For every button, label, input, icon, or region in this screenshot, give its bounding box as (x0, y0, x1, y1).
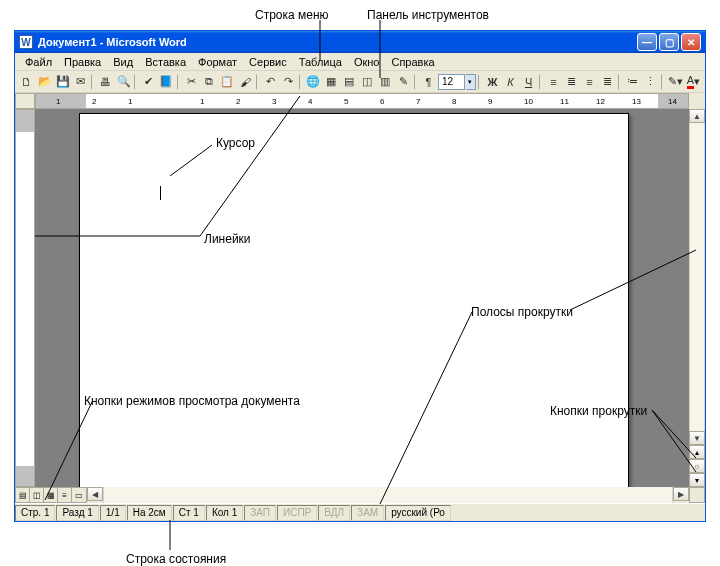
label-view-buttons: Кнопки режимов просмотра документа (84, 394, 300, 408)
select-browse-object-icon[interactable]: ○ (689, 459, 705, 473)
menu-file[interactable]: Файл (19, 55, 58, 69)
maximize-button[interactable]: ▢ (659, 33, 679, 51)
spellcheck-icon[interactable]: ✔ (140, 73, 157, 91)
scroll-up-icon[interactable]: ▲ (689, 109, 705, 123)
separator-icon (177, 74, 181, 90)
save-icon[interactable]: 💾 (54, 73, 71, 91)
window-title: Документ1 - Microsoft Word (38, 36, 637, 48)
separator-icon (661, 74, 665, 90)
columns-icon[interactable]: ▥ (377, 73, 394, 91)
status-line[interactable]: Ст 1 (173, 505, 205, 521)
horizontal-ruler[interactable]: 1 2 1 1 2 3 4 5 6 7 8 9 10 11 12 13 14 (35, 93, 689, 109)
next-page-icon[interactable]: ▾ (689, 473, 705, 487)
hyperlink-icon[interactable]: 🌐 (305, 73, 322, 91)
vertical-ruler[interactable] (15, 109, 35, 487)
separator-icon (299, 74, 303, 90)
research-icon[interactable]: 📘 (158, 73, 175, 91)
outline-view-icon[interactable]: ≡ (58, 488, 72, 502)
status-ovr[interactable]: ЗАМ (351, 505, 384, 521)
document-area[interactable] (35, 109, 689, 487)
previous-page-icon[interactable]: ▴ (689, 445, 705, 459)
status-language[interactable]: русский (Ро (385, 505, 451, 521)
word-app-icon: W (19, 35, 33, 49)
bullets-icon[interactable]: ⋮ (642, 73, 659, 91)
align-left-icon[interactable]: ≡ (545, 73, 562, 91)
separator-icon (539, 74, 543, 90)
new-doc-icon[interactable]: 🗋 (18, 73, 35, 91)
print-preview-icon[interactable]: 🔍 (115, 73, 132, 91)
paragraph-icon[interactable]: ¶ (420, 73, 437, 91)
highlight-icon[interactable]: ✎▾ (667, 73, 684, 91)
ruler-corner (15, 93, 35, 109)
view-mode-buttons: ▤ ◫ ▦ ≡ ▭ (15, 487, 87, 503)
separator-icon (256, 74, 260, 90)
bold-button[interactable]: Ж (484, 73, 501, 91)
document-page[interactable] (79, 113, 629, 487)
hscroll-track[interactable] (103, 487, 673, 503)
paste-icon[interactable]: 📋 (219, 73, 236, 91)
standard-toolbar: 🗋 📂 💾 ✉ 🖶 🔍 ✔ 📘 ✂ ⧉ 📋 🖌 ↶ ↷ 🌐 ▦ ▤ ◫ ▥ ✎ … (15, 71, 705, 93)
scroll-down-icon[interactable]: ▼ (689, 431, 705, 445)
numbering-icon[interactable]: ≔ (624, 73, 641, 91)
status-bar: Стр. 1 Разд 1 1/1 На 2см Ст 1 Кол 1 ЗАП … (15, 503, 705, 521)
status-ext[interactable]: ВДЛ (318, 505, 350, 521)
scroll-left-icon[interactable]: ◀ (87, 487, 103, 501)
status-position[interactable]: На 2см (127, 505, 172, 521)
menu-view[interactable]: Вид (107, 55, 139, 69)
status-section[interactable]: Разд 1 (56, 505, 98, 521)
scroll-right-icon[interactable]: ▶ (673, 487, 689, 501)
minimize-button[interactable]: — (637, 33, 657, 51)
underline-button[interactable]: Ч (520, 73, 537, 91)
font-color-icon[interactable]: A▾ (685, 73, 702, 91)
status-page[interactable]: Стр. 1 (15, 505, 55, 521)
italic-button[interactable]: К (502, 73, 519, 91)
status-rec[interactable]: ЗАП (244, 505, 276, 521)
status-pages[interactable]: 1/1 (100, 505, 126, 521)
text-cursor (160, 186, 161, 200)
titlebar[interactable]: W Документ1 - Microsoft Word — ▢ ✕ (15, 31, 705, 53)
insert-table-icon[interactable]: ▤ (341, 73, 358, 91)
horizontal-scrollbar[interactable]: ◀ ▶ (87, 487, 689, 503)
excel-icon[interactable]: ◫ (359, 73, 376, 91)
label-rulers: Линейки (204, 232, 251, 246)
resize-grip[interactable] (689, 487, 705, 503)
label-toolbar: Панель инструментов (367, 8, 489, 22)
drawing-icon[interactable]: ✎ (395, 73, 412, 91)
print-layout-view-icon[interactable]: ▦ (44, 488, 58, 502)
close-button[interactable]: ✕ (681, 33, 701, 51)
menu-table[interactable]: Таблица (293, 55, 348, 69)
justify-icon[interactable]: ≣ (599, 73, 616, 91)
menu-window[interactable]: Окно (348, 55, 386, 69)
font-size-input[interactable]: 12 (438, 74, 465, 90)
mail-icon[interactable]: ✉ (72, 73, 89, 91)
format-painter-icon[interactable]: 🖌 (237, 73, 254, 91)
status-trk[interactable]: ИСПР (277, 505, 317, 521)
vertical-scrollbar[interactable]: ▲ ▼ ▴ ○ ▾ (689, 109, 705, 487)
font-size-dropdown-icon[interactable]: ▾ (466, 74, 476, 90)
menu-help[interactable]: Справка (385, 55, 440, 69)
redo-icon[interactable]: ↷ (280, 73, 297, 91)
undo-icon[interactable]: ↶ (262, 73, 279, 91)
menu-format[interactable]: Формат (192, 55, 243, 69)
print-icon[interactable]: 🖶 (97, 73, 114, 91)
word-window: W Документ1 - Microsoft Word — ▢ ✕ Файл … (14, 30, 706, 522)
cut-icon[interactable]: ✂ (183, 73, 200, 91)
menu-insert[interactable]: Вставка (139, 55, 192, 69)
menu-tools[interactable]: Сервис (243, 55, 293, 69)
menu-edit[interactable]: Правка (58, 55, 107, 69)
reading-view-icon[interactable]: ▭ (72, 488, 86, 502)
menu-bar: Файл Правка Вид Вставка Формат Сервис Та… (15, 53, 705, 71)
web-view-icon[interactable]: ◫ (30, 488, 44, 502)
copy-icon[interactable]: ⧉ (201, 73, 218, 91)
align-right-icon[interactable]: ≡ (581, 73, 598, 91)
vscroll-track[interactable] (689, 123, 705, 431)
status-col[interactable]: Кол 1 (206, 505, 243, 521)
separator-icon (134, 74, 138, 90)
tables-borders-icon[interactable]: ▦ (323, 73, 340, 91)
align-center-icon[interactable]: ≣ (563, 73, 580, 91)
workspace: 1 2 1 1 2 3 4 5 6 7 8 9 10 11 12 13 14 (15, 93, 705, 503)
normal-view-icon[interactable]: ▤ (16, 488, 30, 502)
label-scrollbars: Полосы прокрутки (471, 305, 573, 319)
open-icon[interactable]: 📂 (36, 73, 53, 91)
label-status-bar: Строка состояния (126, 552, 226, 566)
